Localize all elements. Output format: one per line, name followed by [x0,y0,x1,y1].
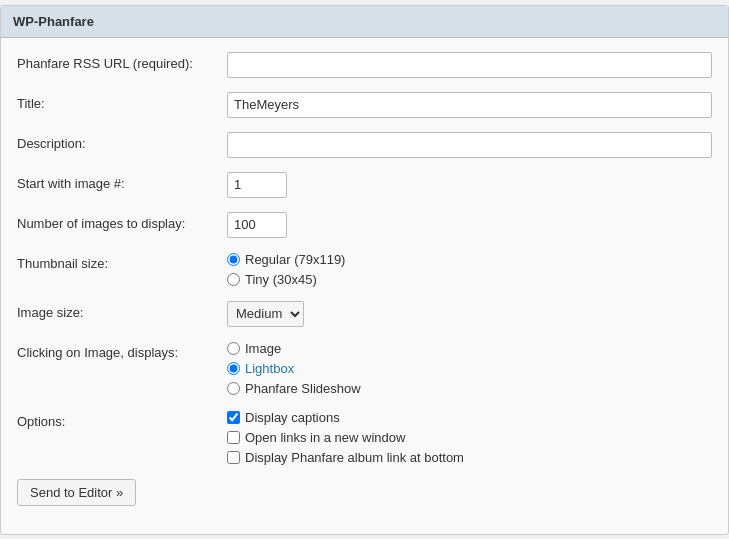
thumbnail-tiny-radio[interactable] [227,273,240,286]
album-link-checkbox[interactable] [227,451,240,464]
thumbnail-tiny-label: Tiny (30x45) [245,272,317,287]
start-image-label: Start with image #: [17,172,227,191]
clicking-image-label: Image [245,341,281,356]
num-images-row: Number of images to display: [17,212,712,238]
num-images-label: Number of images to display: [17,212,227,231]
image-size-select-wrapper: Small Medium Large [227,301,304,327]
start-image-field [227,172,712,198]
image-size-label: Image size: [17,301,227,320]
clicking-displays-field: Image Lightbox Phanfare Slideshow [227,341,712,396]
thumbnail-size-label: Thumbnail size: [17,252,227,271]
option-captions[interactable]: Display captions [227,410,712,425]
clicking-displays-row: Clicking on Image, displays: Image Light… [17,341,712,396]
thumbnail-regular-radio[interactable] [227,253,240,266]
clicking-lightbox-radio[interactable] [227,362,240,375]
rss-url-field [227,52,712,78]
widget-container: WP-Phanfare Phanfare RSS URL (required):… [0,5,729,535]
widget-title: WP-Phanfare [13,14,94,29]
thumbnail-size-field: Regular (79x119) Tiny (30x45) [227,252,712,287]
send-editor-button[interactable]: Send to Editor » [17,479,136,506]
num-images-input[interactable] [227,212,287,238]
rss-url-row: Phanfare RSS URL (required): [17,52,712,78]
options-label: Options: [17,410,227,429]
description-input[interactable] [227,132,712,158]
clicking-lightbox-option[interactable]: Lightbox [227,361,712,376]
widget-body: Phanfare RSS URL (required): Title: Desc… [1,38,728,534]
num-images-field [227,212,712,238]
clicking-image-option[interactable]: Image [227,341,712,356]
title-row: Title: [17,92,712,118]
thumbnail-tiny-option[interactable]: Tiny (30x45) [227,272,712,287]
image-size-row: Image size: Small Medium Large [17,301,712,327]
clicking-image-radio[interactable] [227,342,240,355]
options-row: Options: Display captions Open links in … [17,410,712,465]
description-label: Description: [17,132,227,151]
send-button-row: Send to Editor » [17,479,712,506]
new-window-checkbox[interactable] [227,431,240,444]
description-field [227,132,712,158]
image-size-select[interactable]: Small Medium Large [227,301,304,327]
captions-checkbox[interactable] [227,411,240,424]
start-image-input[interactable] [227,172,287,198]
thumbnail-size-options: Regular (79x119) Tiny (30x45) [227,252,712,287]
rss-url-label: Phanfare RSS URL (required): [17,52,227,71]
thumbnail-size-row: Thumbnail size: Regular (79x119) Tiny (3… [17,252,712,287]
thumbnail-regular-label: Regular (79x119) [245,252,345,267]
clicking-displays-options: Image Lightbox Phanfare Slideshow [227,341,712,396]
title-input[interactable] [227,92,712,118]
image-size-field: Small Medium Large [227,301,712,327]
title-label: Title: [17,92,227,111]
clicking-displays-label: Clicking on Image, displays: [17,341,227,360]
clicking-slideshow-option[interactable]: Phanfare Slideshow [227,381,712,396]
option-album-link[interactable]: Display Phanfare album link at bottom [227,450,712,465]
title-field [227,92,712,118]
clicking-slideshow-label: Phanfare Slideshow [245,381,361,396]
option-new-window[interactable]: Open links in a new window [227,430,712,445]
new-window-label: Open links in a new window [245,430,405,445]
description-row: Description: [17,132,712,158]
clicking-slideshow-radio[interactable] [227,382,240,395]
captions-label: Display captions [245,410,340,425]
start-image-row: Start with image #: [17,172,712,198]
thumbnail-regular-option[interactable]: Regular (79x119) [227,252,712,267]
options-checkboxes: Display captions Open links in a new win… [227,410,712,465]
options-field: Display captions Open links in a new win… [227,410,712,465]
rss-url-input[interactable] [227,52,712,78]
album-link-label: Display Phanfare album link at bottom [245,450,464,465]
widget-header: WP-Phanfare [1,6,728,38]
clicking-lightbox-link[interactable]: Lightbox [245,361,294,376]
